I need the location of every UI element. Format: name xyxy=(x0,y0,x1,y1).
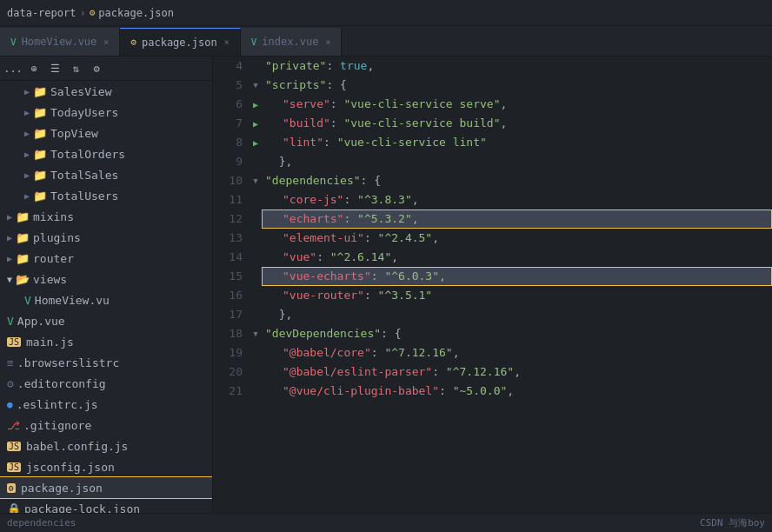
close-tab-indexvue[interactable]: × xyxy=(325,37,330,47)
breadcrumb: data-report › ⚙ package.json xyxy=(7,7,174,19)
folder-icon: 📁 xyxy=(33,127,47,140)
sidebar-item-router[interactable]: ▶ 📁 router xyxy=(0,248,212,269)
close-tab-packagejson[interactable]: × xyxy=(224,37,230,47)
sidebar-item-views[interactable]: ▼ 📂 views xyxy=(0,269,212,289)
sidebar-item-eslintrc[interactable]: ● .eslintrc.js xyxy=(0,394,212,415)
arrow-icon: ▶ xyxy=(24,191,30,201)
status-context: dependencies xyxy=(7,517,76,529)
code-line-14: "vue": "^2.6.14", xyxy=(262,248,772,267)
git-file-icon: ⎇ xyxy=(7,419,20,432)
folder-icon: 📁 xyxy=(33,85,47,98)
sidebar-toolbar: ... ⊕ ☰ ⇅ ⚙ xyxy=(0,57,212,81)
ts-file-icon: ● xyxy=(7,399,13,410)
json-file-icon: JS xyxy=(7,462,21,472)
code-line-16: "vue-router": "^3.5.1" xyxy=(262,286,772,305)
vue-icon: V xyxy=(251,37,257,48)
sidebar-item-mainjs[interactable]: JS main.js xyxy=(0,331,212,352)
toolbar-sort[interactable]: ⇅ xyxy=(66,59,85,78)
sidebar-item-browserslistrc[interactable]: ≡ .browserslistrc xyxy=(0,352,212,373)
sidebar-item-totalorders[interactable]: ▶ 📁 TotalOrders xyxy=(0,143,212,164)
code-line-8: "lint": "vue-cli-service lint" xyxy=(262,133,772,152)
main-area: ... ⊕ ☰ ⇅ ⚙ ▶ 📁 SalesView ▶ 📁 TodayUsers… xyxy=(0,57,772,513)
code-line-9: }, xyxy=(262,152,772,171)
arrow-icon: ▶ xyxy=(24,150,30,159)
folder-icon: 📁 xyxy=(33,148,47,161)
code-line-18: "devDependencies": { xyxy=(262,324,772,343)
run-icon[interactable]: ▶ xyxy=(253,100,258,110)
sidebar-item-editorconfig[interactable]: ⚙ .editorconfig xyxy=(0,373,212,394)
fold-icon[interactable]: ▼ xyxy=(253,81,257,90)
tab-indexvue[interactable]: V index.vue × xyxy=(241,28,343,56)
folder-icon: 📁 xyxy=(16,252,30,265)
sidebar-item-packagejson[interactable]: ⚙ package.json xyxy=(0,477,212,498)
js-file-icon: JS xyxy=(7,337,21,347)
arrow-icon: ▶ xyxy=(24,87,30,96)
sidebar-item-packagelock[interactable]: 🔒 package-lock.json xyxy=(0,498,212,513)
toolbar-collapse[interactable]: ☰ xyxy=(45,59,64,78)
editor-content[interactable]: 4 5 6 7 8 9 10 11 12 13 14 15 16 17 18 1… xyxy=(213,57,772,513)
sidebar-item-salesview[interactable]: ▶ 📁 SalesView xyxy=(0,81,212,102)
folder-icon: 📁 xyxy=(33,169,47,182)
sidebar-item-jsconfig[interactable]: JS jsconfig.json xyxy=(0,456,212,477)
toolbar-new-file[interactable]: ⊕ xyxy=(24,59,43,78)
line-numbers: 4 5 6 7 8 9 10 11 12 13 14 15 16 17 18 1… xyxy=(213,57,250,513)
cfg-file-icon: ⚙ xyxy=(7,377,14,390)
code-line-20: "@babel/eslint-parser": "^7.12.16", xyxy=(262,362,772,382)
tab-packagejson[interactable]: ⚙ package.json × xyxy=(120,28,240,56)
arrow-open-icon: ▼ xyxy=(7,275,12,284)
arrow-icon: ▶ xyxy=(7,212,12,222)
close-tab-homeview[interactable]: × xyxy=(103,37,109,47)
folder-icon: 📁 xyxy=(33,106,47,119)
gutter: ▼ ▶ ▶ ▶ ▼ ▼ xyxy=(250,57,262,513)
rc-file-icon: ≡ xyxy=(7,356,14,369)
vue-file-icon: V xyxy=(24,294,31,307)
arrow-icon: ▶ xyxy=(7,254,12,263)
code-line-10: "dependencies": { xyxy=(262,171,772,190)
code-line-15: "vue-echarts": "^6.0.3", xyxy=(262,267,772,286)
status-right: CSDN 与海boy xyxy=(700,516,765,529)
folder-open-icon: 📂 xyxy=(16,273,30,286)
sidebar-item-totalsales[interactable]: ▶ 📁 TotalSales xyxy=(0,164,212,185)
code-line-17: }, xyxy=(262,305,772,324)
js-file-icon: JS xyxy=(7,442,21,451)
vue-icon: V xyxy=(10,37,17,48)
sidebar-item-todayusers[interactable]: ▶ 📁 TodayUsers xyxy=(0,102,212,123)
status-left: dependencies xyxy=(7,517,76,529)
editor-area: 4 5 6 7 8 9 10 11 12 13 14 15 16 17 18 1… xyxy=(213,57,772,513)
lock-file-icon: 🔒 xyxy=(7,502,21,514)
code-line-11: "core-js": "^3.8.3", xyxy=(262,190,772,209)
json-icon: ⚙ xyxy=(130,37,136,48)
sidebar-item-topview[interactable]: ▶ 📁 TopView xyxy=(0,123,212,143)
breadcrumb-file: ⚙ package.json xyxy=(90,7,174,19)
code-line-12: "echarts": "^5.3.2", xyxy=(262,209,772,229)
sidebar-item-plugins[interactable]: ▶ 📁 plugins xyxy=(0,227,212,248)
sidebar-item-appvue[interactable]: V App.vue xyxy=(0,310,212,331)
code-line-7: "build": "vue-cli-service build", xyxy=(262,114,772,133)
run-icon[interactable]: ▶ xyxy=(253,119,258,129)
code-line-21: "@vue/cli-plugin-babel": "~5.0.0", xyxy=(262,382,772,401)
sidebar-item-totalusers[interactable]: ▶ 📁 TotalUsers xyxy=(0,185,212,206)
status-attribution: CSDN 与海boy xyxy=(700,516,765,529)
fold-icon[interactable]: ▼ xyxy=(253,176,257,185)
sidebar-item-gitignore[interactable]: ⎇ .gitignore xyxy=(0,415,212,436)
code-line-19: "@babel/core": "^7.12.16", xyxy=(262,343,772,362)
folder-icon: 📁 xyxy=(16,231,30,244)
fold-icon[interactable]: ▼ xyxy=(253,329,257,338)
tab-homeview[interactable]: V HomeView.vue × xyxy=(0,28,120,56)
json-icon: ⚙ xyxy=(90,7,96,18)
code-lines: "private": true, "scripts": { "serve": "… xyxy=(262,57,772,513)
code-line-13: "element-ui": "^2.4.5", xyxy=(262,229,772,248)
sidebar-item-homeviewvue[interactable]: V HomeView.vu xyxy=(0,289,212,310)
status-bar: dependencies CSDN 与海boy xyxy=(0,513,772,532)
tab-bar: V HomeView.vue × ⚙ package.json × V inde… xyxy=(0,26,772,57)
breadcrumb-project: data-report xyxy=(7,7,76,19)
run-icon[interactable]: ▶ xyxy=(253,138,258,148)
folder-icon: 📁 xyxy=(16,210,30,223)
sidebar-item-babelconfig[interactable]: JS babel.config.js xyxy=(0,436,212,456)
toolbar-ellipsis[interactable]: ... xyxy=(3,59,23,78)
arrow-icon: ▶ xyxy=(24,129,30,138)
sidebar-item-mixins[interactable]: ▶ 📁 mixins xyxy=(0,206,212,227)
toolbar-settings[interactable]: ⚙ xyxy=(87,59,106,78)
code-container: 4 5 6 7 8 9 10 11 12 13 14 15 16 17 18 1… xyxy=(213,57,772,513)
code-line-6: "serve": "vue-cli-service serve", xyxy=(262,95,772,114)
